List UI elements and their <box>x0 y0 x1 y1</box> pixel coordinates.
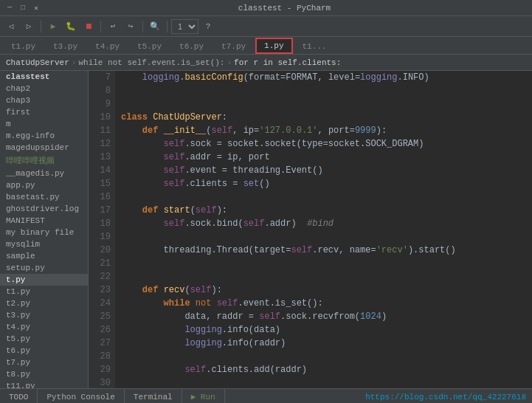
window-controls[interactable]: ─ □ ✕ <box>4 3 41 13</box>
code-line-18: self.sock.bind(self.addr) #bind <box>121 217 526 230</box>
title-bar: ─ □ ✕ classtest - PyCharm <box>0 0 532 16</box>
sidebar-item-mysqlim[interactable]: mysqlim <box>0 238 88 250</box>
code-line-17: def start(self): <box>121 204 526 217</box>
code-line-8 <box>121 84 526 97</box>
separator-1 <box>41 21 41 32</box>
code-editor[interactable]: 7891011 1213141516 1718192021 2223242526… <box>89 71 532 388</box>
tab-1py-active[interactable]: 1.py <box>255 38 292 54</box>
sidebar-item-basetast[interactable]: basetast.py <box>0 191 88 203</box>
close-icon[interactable]: ✕ <box>31 3 41 13</box>
sidebar-item-chap3[interactable]: chap3 <box>0 94 88 106</box>
toolbar-btn-back[interactable]: ◁ <box>3 19 19 34</box>
code-line-14: self.event = threading.Event() <box>121 164 526 177</box>
sidebar-item-chap2[interactable]: chap2 <box>0 83 88 94</box>
code-line-20: threading.Thread(target=self.recv, name=… <box>121 244 526 257</box>
sidebar-item-t8py[interactable]: t8.py <box>0 368 88 380</box>
bottom-tabs: TODO Python Console Terminal ▶ Run https… <box>0 388 532 403</box>
sidebar-item-manifest[interactable]: MANIFEST <box>0 215 88 227</box>
code-line-10: class ChatUdpServer: <box>121 111 526 124</box>
breadcrumb-part-1[interactable]: ChatUdpServer <box>6 58 69 67</box>
sidebar-item-t7py[interactable]: t7.py <box>0 356 88 368</box>
line-numbers: 7891011 1213141516 1718192021 2223242526… <box>89 71 115 388</box>
tab-t5py[interactable]: t5.py <box>129 38 170 54</box>
minimize-icon[interactable]: ─ <box>4 3 15 13</box>
window-title: classtest - PyCharm <box>41 4 528 13</box>
sidebar-item-ghostdriver[interactable]: ghostdriver.log <box>0 203 88 215</box>
breadcrumb-part-3[interactable]: for r in self.clients: <box>234 58 341 67</box>
tab-t7py[interactable]: t7.py <box>213 38 254 54</box>
code-line-27: logging.info(raddr) <box>121 337 526 350</box>
sidebar-item-apppy[interactable]: app.py <box>0 179 88 191</box>
toolbar-btn-redo[interactable]: ↪ <box>122 19 139 34</box>
toolbar-btn-help[interactable]: ? <box>200 19 216 34</box>
code-line-13: self.addr = ip, port <box>121 151 526 164</box>
code-line-22 <box>121 270 526 283</box>
separator-4 <box>167 21 167 32</box>
bottom-tab-python-console[interactable]: Python Console <box>38 389 124 403</box>
sidebar-item-t11py[interactable]: t11.py <box>0 380 88 388</box>
tab-t1py-1[interactable]: t1.py <box>3 38 44 54</box>
toolbar-btn-debug[interactable]: 🐛 <box>63 19 79 34</box>
main-toolbar: ◁ ▷ ▶ 🐛 ⏹ ↩ ↪ 🔍 1 ? <box>0 16 532 37</box>
sidebar-item-first[interactable]: first <box>0 106 88 118</box>
code-line-28 <box>121 350 526 363</box>
toolbar-btn-search[interactable]: 🔍 <box>147 19 163 34</box>
code-line-9 <box>121 97 526 111</box>
separator-3 <box>142 21 143 32</box>
run-config-dropdown[interactable]: 1 <box>171 19 198 34</box>
code-line-23: def recv(self): <box>121 283 526 297</box>
code-line-29: self.clients.add(raddr) <box>121 363 526 376</box>
main-layout: classtest chap2 chap3 first m m.egg-info… <box>0 71 532 388</box>
sidebar-item-sample[interactable]: sample <box>0 250 88 262</box>
toolbar-btn-revert[interactable]: ↩ <box>105 19 121 34</box>
code-line-16 <box>121 190 526 204</box>
code-line-15: self.clients = set() <box>121 177 526 190</box>
code-line-7: logging.basicConfig(format=FORMAT, level… <box>121 71 526 84</box>
bottom-tab-terminal[interactable]: Terminal <box>125 389 182 403</box>
tab-t4py[interactable]: t4.py <box>87 38 128 54</box>
code-line-25: data, raddr = self.sock.recvfrom(1024) <box>121 310 526 323</box>
code-line-24: while not self.event.is_set(): <box>121 297 526 310</box>
code-lines: logging.basicConfig(format=FORMAT, level… <box>115 71 532 388</box>
bottom-tab-todo[interactable]: TODO <box>0 389 38 403</box>
sidebar-item-t1py[interactable]: t1.py <box>0 286 88 297</box>
sidebar-item-tpy[interactable]: t.py <box>0 274 88 286</box>
bottom-tab-run[interactable]: ▶ Run <box>182 389 225 403</box>
toolbar-btn-stop[interactable]: ⏹ <box>80 19 97 34</box>
code-line-11: def __init__(self, ip='127.0.0.1', port=… <box>121 124 526 137</box>
code-line-12: self.sock = socket.socket(type=socket.SO… <box>121 137 526 151</box>
sidebar-item-t2py[interactable]: t2.py <box>0 297 88 309</box>
code-line-19 <box>121 230 526 244</box>
code-line-30 <box>121 376 526 388</box>
code-line-26: logging.info(data) <box>121 323 526 337</box>
status-url: https://blog.csdn.net/qq_42227618 <box>359 393 532 402</box>
breadcrumb: ChatUdpServer › while not self.event.is_… <box>0 55 532 71</box>
sidebar-item-megg[interactable]: m.egg-info <box>0 130 88 142</box>
tab-t1py-2[interactable]: t1... <box>294 38 335 54</box>
sidebar-item-bilibili[interactable]: 哔哩哔哩视频 <box>0 154 88 168</box>
project-sidebar: classtest chap2 chap3 first m m.egg-info… <box>0 71 89 388</box>
sidebar-item-t4py[interactable]: t4.py <box>0 321 88 333</box>
breadcrumb-sep-2: › <box>227 58 232 67</box>
sidebar-item-magedis[interactable]: __magedis.py <box>0 168 88 179</box>
sidebar-item-t6py[interactable]: t6.py <box>0 345 88 356</box>
tab-t6py[interactable]: t6.py <box>171 38 212 54</box>
file-tabs: t1.py t3.py t4.py t5.py t6.py t7.py 1.py… <box>0 37 532 55</box>
code-line-21 <box>121 257 526 270</box>
sidebar-item-t3py[interactable]: t3.py <box>0 309 88 321</box>
maximize-icon[interactable]: □ <box>18 3 28 13</box>
breadcrumb-sep-1: › <box>72 58 77 67</box>
sidebar-item-m[interactable]: m <box>0 118 88 130</box>
tab-t3py[interactable]: t3.py <box>45 38 86 54</box>
toolbar-btn-forward[interactable]: ▷ <box>21 19 37 34</box>
sidebar-item-magedupspider[interactable]: magedupspider <box>0 142 88 154</box>
sidebar-item-setuppy[interactable]: setup.py <box>0 262 88 274</box>
code-content: 7891011 1213141516 1718192021 2223242526… <box>89 71 532 388</box>
breadcrumb-part-2[interactable]: while not self.event.is_set(): <box>78 58 224 67</box>
sidebar-item-t5py[interactable]: t5.py <box>0 333 88 345</box>
sidebar-item-mybinary[interactable]: my binary file <box>0 227 88 238</box>
separator-2 <box>100 21 101 32</box>
sidebar-item-classtest[interactable]: classtest <box>0 71 88 83</box>
toolbar-btn-run[interactable]: ▶ <box>45 19 61 34</box>
